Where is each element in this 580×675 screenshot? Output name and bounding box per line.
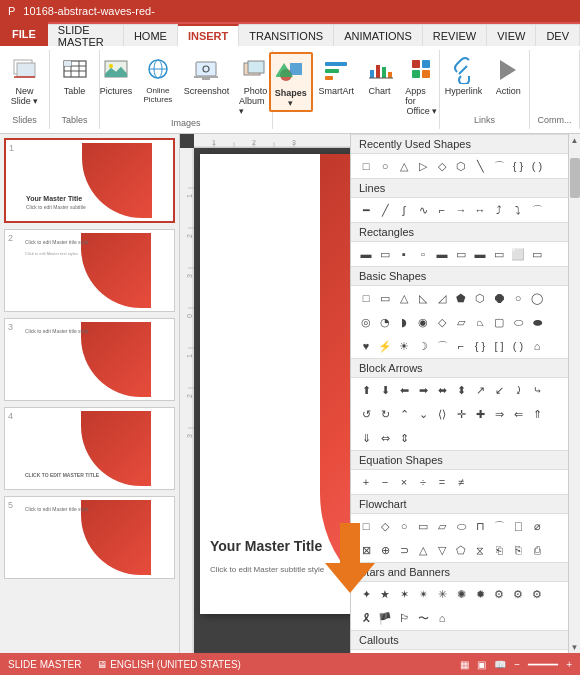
action-button[interactable]: Action: [488, 52, 528, 98]
bs-diamond[interactable]: ◇: [433, 313, 451, 331]
slide-thumb-4[interactable]: 4 CLICK TO EDIT MASTER TITLE: [4, 407, 175, 490]
bs-rtri2[interactable]: ◿: [433, 289, 451, 307]
bs-oct[interactable]: ⯃: [490, 289, 508, 307]
shape-hex[interactable]: ⬡: [452, 157, 470, 175]
bs-bracket[interactable]: ⌐: [452, 337, 470, 355]
bs-pent[interactable]: ⬟: [452, 289, 470, 307]
shape-line1[interactable]: ╲: [471, 157, 489, 175]
bs-arc[interactable]: ⌒: [433, 337, 451, 355]
fc-multidoc[interactable]: ⎕: [509, 517, 527, 535]
eq-times[interactable]: ×: [395, 473, 413, 491]
tab-view[interactable]: VIEW: [487, 24, 536, 46]
ba-chevdn[interactable]: ⌄: [414, 405, 432, 423]
shape-rect10[interactable]: ▭: [528, 245, 546, 263]
ba-up[interactable]: ⬆: [357, 381, 375, 399]
bs-rect[interactable]: □: [357, 289, 375, 307]
fc-offpage[interactable]: ⬠: [452, 541, 470, 559]
bs-ellipse[interactable]: ◯: [528, 289, 546, 307]
fc-terminal[interactable]: ○: [395, 517, 413, 535]
fc-term2[interactable]: ⌀: [528, 517, 546, 535]
chart-button[interactable]: Chart: [360, 52, 400, 98]
bs-lightning[interactable]: ⚡: [376, 337, 394, 355]
scroll-h[interactable]: ⌂: [433, 609, 451, 627]
ba-left[interactable]: ⬅: [395, 381, 413, 399]
tab-insert[interactable]: INSERT: [178, 24, 239, 46]
tab-transitions[interactable]: TRANSITIONS: [239, 24, 334, 46]
shape-paren[interactable]: ( ): [528, 157, 546, 175]
bs-parallelogram[interactable]: ▱: [452, 313, 470, 331]
shape-line-diag[interactable]: ╱: [376, 201, 394, 219]
ba-chevup[interactable]: ⌃: [395, 405, 413, 423]
tab-slide-master[interactable]: SLIDE MASTER: [48, 24, 124, 46]
shape-line-wave[interactable]: ∿: [414, 201, 432, 219]
tab-file[interactable]: FILE: [0, 22, 48, 46]
fc-doc[interactable]: ⌒: [490, 517, 508, 535]
bs-paren2[interactable]: ( ): [509, 337, 527, 355]
star-32[interactable]: ⚙: [528, 585, 546, 603]
tab-review[interactable]: REVIEW: [423, 24, 487, 46]
shapes-panel-scrollbar[interactable]: ▲ ▼: [568, 134, 580, 653]
slide-thumb-2[interactable]: 2 Click to edit Master title style Click…: [4, 229, 175, 312]
apps-for-office-button[interactable]: Apps for Office ▾: [401, 52, 442, 118]
ba-diag2[interactable]: ↙: [490, 381, 508, 399]
bs-rrect[interactable]: ▢: [490, 313, 508, 331]
bs-pie[interactable]: ◔: [376, 313, 394, 331]
tab-home[interactable]: HOME: [124, 24, 178, 46]
bs-rtri[interactable]: ◺: [414, 289, 432, 307]
bs-rect2[interactable]: ▭: [376, 289, 394, 307]
star-24[interactable]: ⚙: [509, 585, 527, 603]
smartart-button[interactable]: SmartArt: [315, 52, 358, 98]
ba-right[interactable]: ➡: [414, 381, 432, 399]
screenshot-button[interactable]: Screenshot: [180, 52, 233, 98]
fc-manual[interactable]: ⊓: [471, 517, 489, 535]
ba-arrow8[interactable]: ⇕: [395, 429, 413, 447]
bs-chord[interactable]: ◗: [395, 313, 413, 331]
shape-rect[interactable]: □: [357, 157, 375, 175]
fc-db[interactable]: ⎗: [490, 541, 508, 559]
slide-thumb-1[interactable]: 1 Your Master Title Click to edit Master…: [4, 138, 175, 223]
shape-arrow-right[interactable]: ▷: [414, 157, 432, 175]
bs-snip[interactable]: ⬭: [509, 313, 527, 331]
pictures-button[interactable]: Pictures: [96, 52, 136, 98]
ba-arrow7[interactable]: ⇔: [376, 429, 394, 447]
fc-tape[interactable]: ⎘: [509, 541, 527, 559]
fc-pred[interactable]: ⬭: [452, 517, 470, 535]
shapes-panel-scroll[interactable]: Recently Used Shapes □ ○ △ ▷ ◇ ⬡ ╲ ⌒ { }…: [351, 134, 568, 653]
shape-line-elbow[interactable]: ⌐: [433, 201, 451, 219]
ba-arrow4[interactable]: ⇐: [509, 405, 527, 423]
scroll-thumb[interactable]: [570, 158, 580, 198]
bs-bracket2[interactable]: [ ]: [490, 337, 508, 355]
shape-line-bracket[interactable]: ⌒: [528, 201, 546, 219]
shape-line-arrow[interactable]: →: [452, 201, 470, 219]
shape-rect2[interactable]: ▭: [376, 245, 394, 263]
eq-notequal[interactable]: ≠: [452, 473, 470, 491]
shape-rect1[interactable]: ▬: [357, 245, 375, 263]
table-button[interactable]: Table: [55, 52, 95, 98]
fc-display[interactable]: ⎙: [528, 541, 546, 559]
bs-plaque[interactable]: ⌂: [528, 337, 546, 355]
scroll-up-arrow[interactable]: ▲: [569, 134, 580, 146]
ba-lr[interactable]: ⬌: [433, 381, 451, 399]
shape-circle[interactable]: ○: [376, 157, 394, 175]
eq-plus[interactable]: +: [357, 473, 375, 491]
status-view-reading[interactable]: 📖: [494, 659, 506, 670]
shape-rect5[interactable]: ▬: [433, 245, 451, 263]
bs-ring[interactable]: ◎: [357, 313, 375, 331]
star-6[interactable]: ✶: [395, 585, 413, 603]
bs-tri[interactable]: △: [395, 289, 413, 307]
slide-thumb-5[interactable]: 5 Click to edit Master title style: [4, 496, 175, 579]
status-zoom-in[interactable]: +: [566, 659, 572, 670]
tab-animations[interactable]: ANIMATIONS: [334, 24, 423, 46]
ba-bend2[interactable]: ⤷: [528, 381, 546, 399]
shape-curve[interactable]: ⌒: [490, 157, 508, 175]
fc-prep[interactable]: ▭: [414, 517, 432, 535]
star-10[interactable]: ✺: [452, 585, 470, 603]
bs-moon[interactable]: ☽: [414, 337, 432, 355]
bs-hex[interactable]: ⬡: [471, 289, 489, 307]
status-zoom-out[interactable]: −: [514, 659, 520, 670]
star-12[interactable]: ✹: [471, 585, 489, 603]
ba-diag1[interactable]: ↗: [471, 381, 489, 399]
shape-line-curve[interactable]: ∫: [395, 201, 413, 219]
ba-arrow5[interactable]: ⇑: [528, 405, 546, 423]
shape-rect8[interactable]: ▭: [490, 245, 508, 263]
